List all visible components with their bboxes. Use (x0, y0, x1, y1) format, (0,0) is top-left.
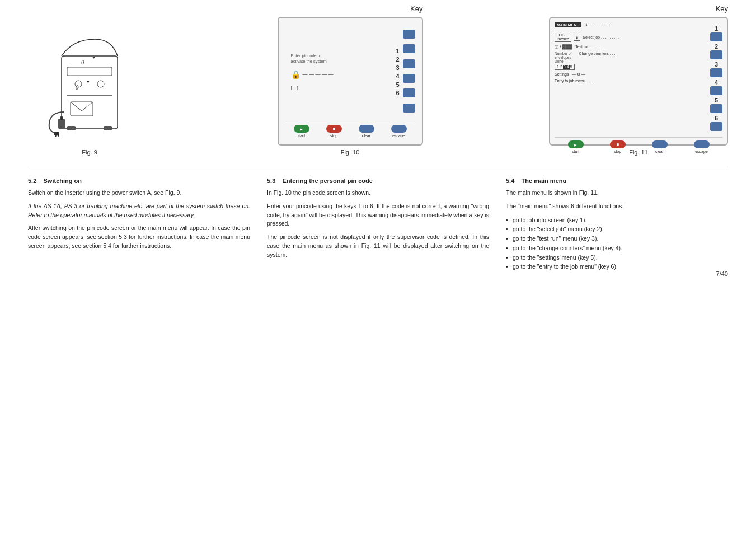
menu-header: MAIN MENU (555, 22, 581, 27)
bullet-1: go to job info screen (key 1). (506, 216, 728, 225)
fig10-label: Fig. 10 (341, 149, 360, 156)
section-53-title: Entering the personal pin code (283, 177, 373, 184)
section-52-p2: If the AS-1A, PS-3 or franking machine e… (28, 202, 250, 220)
section-54-title: The main menu (522, 177, 567, 184)
select-job-dots: Select job . . . . . . . . . (583, 35, 710, 39)
section-53-number: 5.3 (267, 177, 275, 184)
clear-btn-fig10 (359, 125, 374, 133)
key-numbers: 1 2 3 4 5 6 (392, 25, 402, 119)
dash-line: — — — — — (303, 72, 334, 77)
svg-rect-1 (67, 67, 112, 76)
svg-rect-5 (67, 126, 76, 130)
clear-btn-fig11 (652, 140, 668, 148)
svg-rect-14 (58, 119, 65, 129)
menu-key-btn-6 (710, 122, 722, 131)
figures-row: θ ● θ ● A Fig. 9 Key (28, 17, 728, 156)
svg-text:●: ● (92, 55, 95, 60)
envelopes-counter: 12345 (555, 64, 575, 70)
bullet-5: go to the "settings"menu (key 5). (506, 253, 728, 263)
start-label-fig11: start (572, 149, 580, 153)
menu-key-btn-1 (710, 32, 722, 41)
stop-label-fig10: stop (330, 134, 337, 138)
section-52-heading: 5.2 Switching on (28, 177, 250, 184)
stop-label-fig11: stop (614, 149, 621, 153)
section-53-p3: The pincode screen is not displayed if o… (267, 233, 489, 259)
section-53: 5.3 Entering the personal pin code In Fi… (267, 177, 489, 271)
key-buttons (403, 25, 415, 119)
stop-btn-fig11: ⏹ (610, 140, 626, 148)
fig9-container: θ ● θ ● A Fig. 9 (28, 22, 151, 156)
svg-rect-12 (71, 102, 93, 116)
fig10-container: Key Enter pincode toactivate the system … (278, 17, 423, 156)
section-53-p2: Enter your pincode using the keys 1 to 6… (267, 202, 489, 228)
section-54-p1: The main menu is shown in Fig. 11. (506, 189, 728, 198)
menu-content: MAIN MENU ① . . . . . . . . . . JOBinvoi… (555, 22, 710, 135)
section-52-p1: Switch on the inserter using the power s… (28, 189, 250, 198)
fig11-screen: MAIN MENU ① . . . . . . . . . . JOBinvoi… (549, 17, 728, 146)
section-52: 5.2 Switching on Switch on the inserter … (28, 177, 250, 271)
svg-text:A: A (55, 131, 60, 139)
escape-label-fig10: escape (392, 134, 405, 138)
envelopes-label: Number ofenvelopesDone: (555, 51, 575, 63)
section-53-heading: 5.3 Entering the personal pin code (267, 177, 489, 184)
key-btn-6 (403, 104, 415, 113)
stop-btn-fig10: ⏹ (326, 125, 342, 133)
fig11-container: Key MAIN MENU ① . . . . . . . . . . (549, 17, 728, 156)
text-row: 5.2 Switching on Switch on the inserter … (28, 177, 728, 271)
section-52-number: 5.2 (28, 177, 36, 184)
page-number: 7/40 (716, 270, 728, 277)
escape-btn-fig11 (694, 140, 710, 148)
svg-text:θ: θ (81, 59, 84, 65)
settings-text: Settings — ⚙ — (555, 72, 585, 77)
menu-key-btn-4 (710, 86, 722, 95)
escape-btn-fig10 (391, 125, 407, 133)
bullet-4: go to the "change counters" menu (key 4)… (506, 243, 728, 253)
lock-row: 🔒 — — — — — (291, 70, 390, 79)
pincode-text: Enter pincode toactivate the system (291, 53, 390, 64)
section-53-p1: In Fig. 10 the pin code screen is shown. (267, 189, 489, 198)
bullet-2: go to the "select job" menu (key 2). (506, 224, 728, 234)
start-label-fig10: start (298, 134, 306, 138)
section-54-bullets: go to job info screen (key 1). go to the… (506, 216, 728, 272)
start-btn-fig11: ▶ (568, 140, 584, 148)
menu-row-entry: Entry to job menu . . . (555, 79, 710, 83)
menu-row-envelopes: Number ofenvelopesDone: 12345 Change cou… (555, 51, 710, 70)
clear-label-fig10: clear (362, 134, 370, 138)
menu-dots-top: ① . . . . . . . . . . (585, 23, 610, 27)
menu-row-job: JOBinvoice 6 Select job . . . . . . . . … (555, 32, 710, 42)
entry-text: Entry to job menu . . . (555, 79, 592, 83)
fig11-key-label: Key (716, 4, 728, 13)
section-54-p2: The "main menu" shows 6 different functi… (506, 202, 728, 211)
bullet-3: go to the "test run" menu (key 3). (506, 234, 728, 243)
svg-text:●: ● (87, 79, 90, 84)
escape-label-fig11: escape (695, 149, 708, 153)
section-54: 5.4 The main menu The main menu is shown… (506, 177, 728, 271)
job-value: 6 (574, 34, 580, 41)
section-divider (28, 167, 728, 167)
key-btn-1 (403, 30, 415, 39)
bullet-6: go to the "entry to the job menu" (key 6… (506, 262, 728, 271)
menu-keys-right: 1 2 3 4 5 6 (710, 22, 722, 135)
section-54-number: 5.4 (506, 177, 514, 184)
clear-label-fig11: clear (655, 149, 664, 153)
pin-placeholder: [ _ ] (291, 85, 390, 90)
menu-row-settings: Settings — ⚙ — (555, 72, 710, 77)
section-52-p3: After switching on the pin code screen o… (28, 224, 250, 250)
svg-rect-6 (104, 126, 112, 130)
key-btn-3 (403, 59, 415, 68)
fig10-key-label: Key (410, 4, 422, 13)
job-box: JOBinvoice (555, 32, 571, 42)
svg-rect-15 (60, 116, 63, 120)
testrun-icons: ◎ / ▓▓▓ (555, 44, 572, 49)
menu-key-btn-5 (710, 104, 722, 113)
key-btn-2 (403, 44, 415, 53)
lock-icon: 🔒 (291, 70, 300, 79)
fig9-label: Fig. 9 (82, 149, 97, 156)
start-btn-fig10: ▶ (294, 125, 309, 133)
menu-key-btn-3 (710, 68, 722, 77)
bottom-buttons-fig10: ▶ start ⏹ stop clear e (285, 121, 415, 138)
section-54-heading: 5.4 The main menu (506, 177, 728, 184)
change-counters-text: Change counters . . . (579, 51, 616, 55)
section-52-title: Switching on (44, 177, 82, 184)
svg-point-3 (97, 81, 104, 87)
